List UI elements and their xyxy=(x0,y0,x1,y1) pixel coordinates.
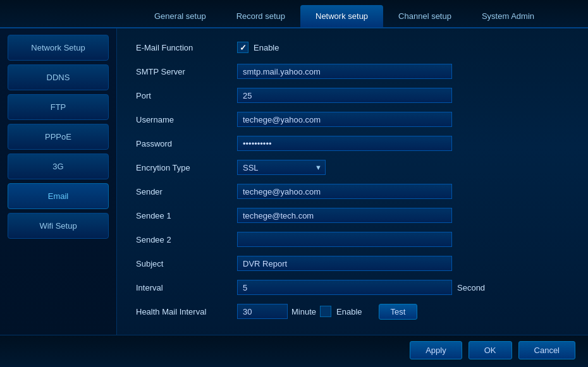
interval-input[interactable] xyxy=(237,280,452,295)
health-enable-checkbox[interactable] xyxy=(320,306,331,317)
username-label: Username xyxy=(136,115,237,124)
sender-row: Sender xyxy=(136,183,569,200)
email-enable-label: Enable xyxy=(254,43,279,52)
email-function-row: E-Mail Function Enable xyxy=(136,39,569,56)
email-enable-checkbox[interactable] xyxy=(237,42,248,53)
cancel-button[interactable]: Cancel xyxy=(518,341,575,359)
sidebar-item-ddns[interactable]: DDNS xyxy=(8,64,109,90)
bottom-bar: Apply OK Cancel xyxy=(0,335,588,365)
sender-label: Sender xyxy=(136,187,237,196)
sidebar-item-wifi-setup[interactable]: Wifi Setup xyxy=(8,213,109,239)
sidebar-item-network-setup[interactable]: Network Setup xyxy=(8,35,109,61)
main-layout: Network Setup DDNS FTP PPPoE 3G Email Wi… xyxy=(0,28,588,335)
interval-unit-label: Second xyxy=(457,283,485,292)
tab-channel[interactable]: Channel setup xyxy=(383,5,467,27)
health-mail-row: Health Mail Interval Minute Enable Test xyxy=(136,303,569,320)
sidebar-item-3g[interactable]: 3G xyxy=(8,153,109,179)
sidebar-item-ftp[interactable]: FTP xyxy=(8,94,109,120)
smtp-server-input[interactable] xyxy=(237,64,452,79)
sendee1-input[interactable] xyxy=(237,208,452,223)
password-label: Password xyxy=(136,139,237,148)
sendee1-row: Sendee 1 xyxy=(136,207,569,224)
content-area: E-Mail Function Enable SMTP Server Port … xyxy=(117,28,588,335)
subject-row: Subject xyxy=(136,255,569,272)
interval-row: Interval Second xyxy=(136,279,569,296)
encryption-label: Encrytion Type xyxy=(136,163,237,172)
subject-input[interactable] xyxy=(237,256,452,271)
username-input[interactable] xyxy=(237,112,452,127)
tab-general[interactable]: General setup xyxy=(139,5,221,27)
sidebar-item-email[interactable]: Email xyxy=(8,183,109,209)
minute-label: Minute xyxy=(291,307,316,316)
health-mail-input[interactable] xyxy=(237,304,288,319)
sendee1-label: Sendee 1 xyxy=(136,211,237,220)
sidebar-item-pppoe[interactable]: PPPoE xyxy=(8,124,109,150)
apply-button[interactable]: Apply xyxy=(410,341,462,359)
email-enable-container: Enable xyxy=(237,42,279,53)
interval-label: Interval xyxy=(136,283,237,292)
sendee2-input[interactable] xyxy=(237,232,452,247)
sidebar: Network Setup DDNS FTP PPPoE 3G Email Wi… xyxy=(0,28,117,335)
encryption-select-container: SSL TLS None ▼ xyxy=(237,160,326,175)
port-row: Port xyxy=(136,87,569,104)
test-button[interactable]: Test xyxy=(379,304,418,320)
password-row: Password xyxy=(136,135,569,152)
smtp-server-label: SMTP Server xyxy=(136,67,237,76)
health-mail-label: Health Mail Interval xyxy=(136,307,237,316)
encryption-select[interactable]: SSL TLS None xyxy=(237,160,326,175)
health-enable-label: Enable xyxy=(336,307,362,316)
sendee2-row: Sendee 2 xyxy=(136,231,569,248)
subject-label: Subject xyxy=(136,259,237,268)
ok-button[interactable]: OK xyxy=(469,341,512,359)
password-input[interactable] xyxy=(237,136,452,151)
encryption-row: Encrytion Type SSL TLS None ▼ xyxy=(136,159,569,176)
sender-input[interactable] xyxy=(237,184,452,199)
sendee2-label: Sendee 2 xyxy=(136,235,237,244)
tab-record[interactable]: Record setup xyxy=(221,5,300,27)
smtp-server-row: SMTP Server xyxy=(136,63,569,80)
tab-bar: General setup Record setup Network setup… xyxy=(0,0,588,28)
port-input[interactable] xyxy=(237,88,452,103)
username-row: Username xyxy=(136,111,569,128)
email-function-label: E-Mail Function xyxy=(136,43,237,52)
tab-sysadmin[interactable]: System Admin xyxy=(467,5,549,27)
port-label: Port xyxy=(136,91,237,100)
tab-network[interactable]: Network setup xyxy=(300,5,383,27)
